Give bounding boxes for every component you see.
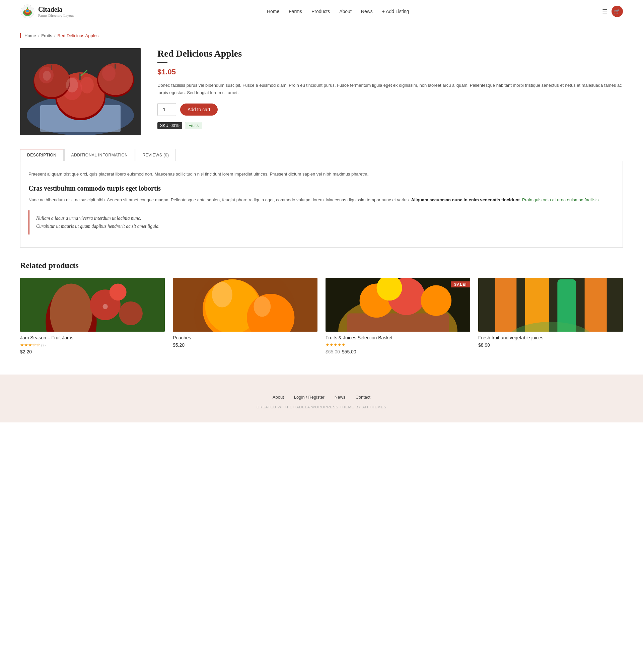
nav-about[interactable]: About xyxy=(339,9,352,14)
tabs-section: DESCRIPTION ADDITIONAL INFORMATION REVIE… xyxy=(0,149,643,248)
product-details: Red Delicious Apples $1.05 Donec facilis… xyxy=(157,48,623,129)
hamburger-button[interactable]: ☰ xyxy=(602,8,607,15)
tab-quote-line1: Nullam a lacus a urna viverra interdum u… xyxy=(36,216,141,221)
nav-add-listing[interactable]: + Add Listing xyxy=(382,9,409,14)
product-image-graphic xyxy=(478,278,623,332)
product-image-graphic xyxy=(326,278,470,332)
svg-point-14 xyxy=(80,77,94,94)
svg-point-22 xyxy=(102,66,116,81)
product-card[interactable]: Peaches $5.20 xyxy=(173,278,317,355)
related-section: Related products Jam Season – Fruit Jams… xyxy=(0,261,643,374)
product-divider xyxy=(157,62,168,63)
tab-heading: Cras vestibulum commodo turpis eget lobo… xyxy=(28,184,615,192)
footer-nav: AboutLogin / RegisterNewsContact xyxy=(0,395,643,400)
product-card[interactable]: Fresh fruit and vegetable juices $8.90 xyxy=(478,278,623,355)
product-image xyxy=(20,48,141,135)
nav-icons: ☰ 🛒 xyxy=(602,6,623,17)
svg-rect-23 xyxy=(114,64,116,69)
tab-additional-information[interactable]: ADDITIONAL INFORMATION xyxy=(64,149,135,161)
svg-rect-15 xyxy=(79,73,81,80)
product-card-title: Peaches xyxy=(173,335,317,340)
footer-credit: CREATED WITH CITADELA WORDPRESS THEME BY… xyxy=(0,405,643,409)
product-card-image xyxy=(173,278,317,332)
product-section: Red Delicious Apples $1.05 Donec facilis… xyxy=(0,41,643,149)
svg-point-39 xyxy=(254,296,270,316)
tabs-header: DESCRIPTION ADDITIONAL INFORMATION REVIE… xyxy=(20,149,623,161)
product-card-image: SALE! xyxy=(326,278,470,332)
related-products-title: Related products xyxy=(20,261,623,270)
products-grid: Jam Season – Fruit Jams ★★★☆☆ (2) $2.20 … xyxy=(20,278,623,355)
add-to-cart-row: Add to cart xyxy=(157,103,623,116)
breadcrumb-section: Home / Fruits / Red Delicious Apples xyxy=(0,23,643,41)
nav-farms[interactable]: Farms xyxy=(289,9,302,14)
product-card-image xyxy=(20,278,165,332)
product-description: Donec facilisis purus vel bibendum susci… xyxy=(157,82,623,96)
sale-badge: SALE! xyxy=(451,281,470,287)
product-card-title: Jam Season – Fruit Jams xyxy=(20,335,165,340)
svg-rect-48 xyxy=(495,278,517,332)
tab-body-bold: Aliquam accumsan nunc in enim venenatis … xyxy=(411,197,521,202)
product-card[interactable]: Jam Season – Fruit Jams ★★★☆☆ (2) $2.20 xyxy=(20,278,165,355)
svg-rect-51 xyxy=(585,278,607,332)
product-image-wrap xyxy=(20,48,141,135)
svg-point-30 xyxy=(119,301,143,325)
breadcrumb-current: Red Delicious Apples xyxy=(57,33,98,38)
tab-quote: Nullam a lacus a urna viverra interdum u… xyxy=(28,211,615,235)
product-meta: SKU: 0019 Fruits xyxy=(157,122,623,129)
logo-text-block: Citadela Farms Directory Layout xyxy=(38,6,74,17)
product-image-graphic xyxy=(173,278,317,332)
nav-news[interactable]: News xyxy=(361,9,373,14)
product-card-image xyxy=(478,278,623,332)
product-card-price: $2.20 xyxy=(20,349,165,355)
tab-reviews[interactable]: REVIEWS (0) xyxy=(136,149,176,161)
svg-point-5 xyxy=(26,10,29,12)
footer-nav-about[interactable]: About xyxy=(272,395,284,400)
svg-rect-6 xyxy=(27,7,28,9)
sku-badge: SKU: 0019 xyxy=(157,122,182,129)
product-price: $1.05 xyxy=(157,68,623,76)
logo-area[interactable]: Citadela Farms Directory Layout xyxy=(20,4,74,19)
product-image-svg xyxy=(20,48,141,135)
breadcrumb-home[interactable]: Home xyxy=(24,33,36,38)
product-card[interactable]: SALE! Fruits & Juices Selection Basket ★… xyxy=(326,278,470,355)
svg-point-45 xyxy=(421,285,451,315)
logo-title: Citadela xyxy=(38,6,74,13)
cart-button[interactable]: 🛒 xyxy=(611,6,623,17)
svg-point-32 xyxy=(102,304,108,309)
breadcrumb-sep-1: / xyxy=(38,33,39,38)
breadcrumb-sep-2: / xyxy=(54,33,56,38)
breadcrumb-fruits[interactable]: Fruits xyxy=(41,33,52,38)
product-card-title: Fresh fruit and vegetable juices xyxy=(478,335,623,340)
footer: AboutLogin / RegisterNewsContact CREATED… xyxy=(0,374,643,422)
svg-rect-19 xyxy=(51,65,52,70)
tab-body-green: Proin quis odio at urna euismod facilisi… xyxy=(522,197,600,202)
tab-body-text: Nunc ac bibendum nisi, ac suscipit nibh.… xyxy=(28,196,615,204)
tag-badge[interactable]: Fruits xyxy=(185,122,202,129)
tab-description[interactable]: DESCRIPTION xyxy=(20,149,64,161)
tab-content: Praesent aliquam tristique orci, quis pl… xyxy=(20,161,623,248)
cart-icon: 🛒 xyxy=(614,8,620,14)
product-card-title: Fruits & Juices Selection Basket xyxy=(326,335,470,340)
header: Citadela Farms Directory Layout Home Far… xyxy=(0,0,643,23)
svg-point-31 xyxy=(110,284,126,300)
nav-home[interactable]: Home xyxy=(267,9,279,14)
tab-quote-line2: Curabitur ut mauris ut quam dapibus hend… xyxy=(36,224,160,229)
main-nav: Home Farms Products About News + Add Lis… xyxy=(267,9,409,14)
svg-point-24 xyxy=(66,78,78,93)
add-to-cart-button[interactable]: Add to cart xyxy=(180,104,218,116)
product-card-price: $8.90 xyxy=(478,343,623,348)
product-card-price: $5.20 xyxy=(173,343,317,348)
footer-nav-contact[interactable]: Contact xyxy=(355,395,371,400)
product-image-graphic xyxy=(20,278,165,332)
product-card-stars: ★★★☆☆ (2) xyxy=(20,343,165,348)
logo-subtitle: Farms Directory Layout xyxy=(38,13,74,17)
tab-body-normal: Nunc ac bibendum nisi, ac suscipit nibh.… xyxy=(28,197,410,202)
svg-point-25 xyxy=(43,71,51,81)
svg-rect-42 xyxy=(347,313,449,332)
quantity-input[interactable] xyxy=(157,103,176,116)
footer-nav-login---register[interactable]: Login / Register xyxy=(294,395,325,400)
nav-products[interactable]: Products xyxy=(312,9,330,14)
footer-nav-news[interactable]: News xyxy=(335,395,345,400)
tab-intro-text: Praesent aliquam tristique orci, quis pl… xyxy=(28,170,615,178)
logo-icon xyxy=(20,4,35,19)
